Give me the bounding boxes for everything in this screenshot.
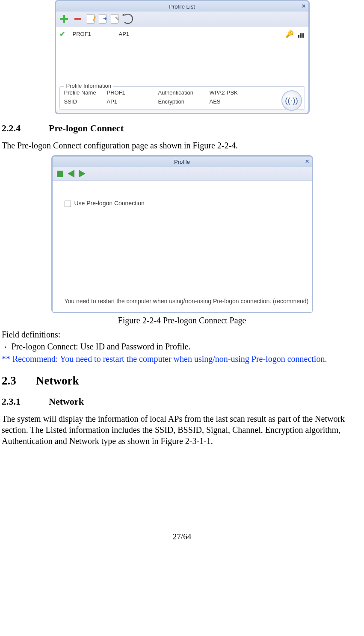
heading-number: 2.3.1 xyxy=(2,396,49,407)
toolbar xyxy=(53,167,312,181)
heading-title: Network xyxy=(36,374,79,387)
text-224-intro: The Pre-logon Connect configuration page… xyxy=(2,140,362,151)
window-titlebar: Profile × xyxy=(53,157,312,167)
refresh-icon[interactable] xyxy=(123,14,133,24)
profile-information-box: Profile Information Profile Name PROF1 A… xyxy=(59,86,305,109)
profile-list: ✔ PROF1 AP1 🔑 xyxy=(56,27,308,83)
page-number: 27/64 xyxy=(2,532,362,550)
pre-logon-checkbox[interactable] xyxy=(65,201,71,207)
restart-note: You need to restart the computer when us… xyxy=(65,297,309,306)
fieldset-legend: Profile Information xyxy=(64,83,114,89)
heading-number: 2.2.4 xyxy=(2,123,49,134)
window-body: Use Pre-logon Connection You need to res… xyxy=(53,181,312,312)
remove-profile-icon[interactable] xyxy=(73,14,83,24)
profile-row[interactable]: ✔ PROF1 AP1 🔑 xyxy=(59,29,305,39)
pre-logon-checkbox-label: Use Pre-logon Connection xyxy=(74,200,145,207)
figure-caption: Figure 2-2-4 Pre-logon Connect Page xyxy=(2,316,362,325)
window-body: ✔ PROF1 AP1 🔑 Profile Information Profil… xyxy=(56,27,308,109)
heading-23: 2.3Network xyxy=(2,374,362,388)
close-icon[interactable]: × xyxy=(305,157,309,165)
import-profile-icon[interactable] xyxy=(99,14,107,24)
label-profile-name: Profile Name xyxy=(64,89,107,96)
value-authentication: WPA2-PSK xyxy=(210,89,257,96)
value-ssid: AP1 xyxy=(107,98,158,105)
forward-arrow-icon[interactable] xyxy=(79,170,86,177)
export-profile-icon[interactable] xyxy=(111,14,118,24)
field-definitions-heading: Field definitions: xyxy=(2,329,362,340)
active-check-icon: ✔ xyxy=(59,30,65,38)
wifi-antenna-icon: ((·)) xyxy=(281,90,302,111)
profile-list-window: Profile List × ✔ PROF1 AP1 🔑 xyxy=(55,0,310,114)
back-arrow-icon[interactable] xyxy=(68,170,74,177)
add-profile-icon[interactable] xyxy=(59,14,69,24)
key-icon: 🔑 xyxy=(285,30,294,38)
profile-name: PROF1 xyxy=(73,31,111,37)
profile-window: Profile × Use Pre-logon Connection You n… xyxy=(51,155,313,313)
heading-231: 2.3.1Network xyxy=(2,396,362,407)
heading-number: 2.3 xyxy=(2,374,36,388)
value-encryption: AES xyxy=(210,98,257,105)
profile-ap: AP1 xyxy=(119,31,278,37)
stop-icon[interactable] xyxy=(57,171,63,177)
close-icon[interactable]: × xyxy=(302,2,306,9)
recommend-note: ** Recommend: You need to restart the co… xyxy=(2,353,362,365)
signal-icon xyxy=(298,31,305,38)
heading-title: Network xyxy=(49,396,84,407)
text-231-body: The system will display the information … xyxy=(2,413,362,447)
window-titlebar: Profile List × xyxy=(56,1,308,12)
label-authentication: Authentication xyxy=(158,89,210,96)
value-profile-name: PROF1 xyxy=(107,89,158,96)
window-title: Profile List xyxy=(56,3,308,10)
label-ssid: SSID xyxy=(64,98,107,105)
pre-logon-checkbox-row: Use Pre-logon Connection xyxy=(65,200,300,207)
label-encryption: Encryption xyxy=(158,98,210,105)
toolbar xyxy=(56,12,308,27)
window-title: Profile xyxy=(53,159,312,165)
heading-224: 2.2.4Pre-logon Connect xyxy=(2,123,362,134)
bullet-prelogon: Pre-logon Connect: Use ID and Password i… xyxy=(4,342,362,352)
heading-title: Pre-logon Connect xyxy=(49,123,124,133)
edit-profile-icon[interactable] xyxy=(87,14,95,24)
